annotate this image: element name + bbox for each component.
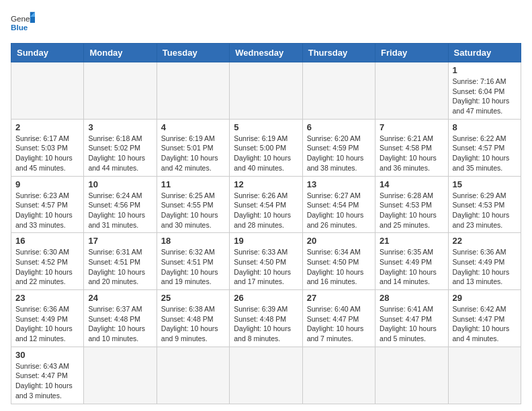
- weekday-header-sunday: Sunday: [11, 44, 84, 62]
- day-info: Sunrise: 6:33 AMSunset: 4:50 PMDaylight:…: [234, 247, 298, 287]
- calendar-cell: 26Sunrise: 6:39 AMSunset: 4:48 PMDayligh…: [230, 290, 302, 347]
- calendar-cell: 9Sunrise: 6:23 AMSunset: 4:57 PMDaylight…: [11, 176, 84, 233]
- calendar-cell: 6Sunrise: 6:20 AMSunset: 4:59 PMDaylight…: [302, 119, 375, 176]
- calendar-cell: 4Sunrise: 6:19 AMSunset: 5:01 PMDaylight…: [157, 119, 229, 176]
- weekday-header-wednesday: Wednesday: [230, 44, 302, 62]
- weekday-header-tuesday: Tuesday: [157, 44, 229, 62]
- calendar-cell: [375, 347, 448, 404]
- day-number: 23: [15, 293, 79, 303]
- day-number: 24: [88, 293, 152, 303]
- calendar-cell: 2Sunrise: 6:17 AMSunset: 5:03 PMDaylight…: [11, 119, 84, 176]
- day-info: Sunrise: 6:21 AMSunset: 4:58 PMDaylight:…: [380, 134, 443, 173]
- calendar-cell: 23Sunrise: 6:36 AMSunset: 4:49 PMDayligh…: [11, 290, 84, 347]
- day-number: 7: [380, 122, 443, 132]
- page-header: General Blue: [11, 11, 521, 35]
- day-info: Sunrise: 6:32 AMSunset: 4:51 PMDaylight:…: [161, 247, 225, 287]
- calendar-cell: [157, 347, 229, 404]
- calendar-cell: 16Sunrise: 6:30 AMSunset: 4:52 PMDayligh…: [11, 233, 84, 290]
- calendar-cell: [230, 62, 302, 120]
- calendar-cell: [302, 62, 375, 120]
- calendar-cell: 10Sunrise: 6:24 AMSunset: 4:56 PMDayligh…: [84, 176, 157, 233]
- day-number: 22: [453, 236, 517, 246]
- calendar-cell: 25Sunrise: 6:38 AMSunset: 4:48 PMDayligh…: [157, 290, 229, 347]
- day-number: 13: [307, 179, 371, 189]
- day-number: 3: [88, 122, 152, 132]
- day-info: Sunrise: 6:17 AMSunset: 5:03 PMDaylight:…: [15, 134, 79, 173]
- day-info: Sunrise: 6:39 AMSunset: 4:48 PMDaylight:…: [234, 304, 298, 344]
- day-number: 29: [453, 293, 517, 303]
- day-info: Sunrise: 6:36 AMSunset: 4:49 PMDaylight:…: [453, 247, 517, 287]
- day-info: Sunrise: 6:30 AMSunset: 4:52 PMDaylight:…: [15, 247, 79, 287]
- day-number: 5: [234, 122, 298, 132]
- generalblue-logo-icon: General Blue: [11, 11, 35, 35]
- logo: General Blue: [11, 11, 35, 35]
- day-info: Sunrise: 6:34 AMSunset: 4:50 PMDaylight:…: [307, 247, 371, 287]
- calendar-cell: 24Sunrise: 6:37 AMSunset: 4:48 PMDayligh…: [84, 290, 157, 347]
- day-number: 18: [161, 236, 225, 246]
- day-info: Sunrise: 6:28 AMSunset: 4:53 PMDaylight:…: [380, 191, 443, 230]
- week-row-5: 30Sunrise: 6:43 AMSunset: 4:47 PMDayligh…: [11, 347, 521, 404]
- day-info: Sunrise: 6:42 AMSunset: 4:47 PMDaylight:…: [453, 304, 517, 344]
- day-number: 26: [234, 293, 298, 303]
- week-row-0: 1Sunrise: 7:16 AMSunset: 6:04 PMDaylight…: [11, 62, 521, 120]
- calendar-cell: 19Sunrise: 6:33 AMSunset: 4:50 PMDayligh…: [230, 233, 302, 290]
- calendar-cell: [448, 347, 521, 404]
- day-number: 19: [234, 236, 298, 246]
- calendar-cell: [157, 62, 229, 120]
- calendar-cell: 14Sunrise: 6:28 AMSunset: 4:53 PMDayligh…: [375, 176, 448, 233]
- day-info: Sunrise: 6:27 AMSunset: 4:54 PMDaylight:…: [307, 191, 371, 230]
- day-number: 12: [234, 179, 298, 189]
- day-number: 25: [161, 293, 225, 303]
- day-info: Sunrise: 6:26 AMSunset: 4:54 PMDaylight:…: [234, 191, 298, 230]
- calendar-cell: [84, 62, 157, 120]
- calendar-cell: 21Sunrise: 6:35 AMSunset: 4:49 PMDayligh…: [375, 233, 448, 290]
- day-number: 17: [88, 236, 152, 246]
- calendar-cell: 1Sunrise: 7:16 AMSunset: 6:04 PMDaylight…: [448, 62, 521, 120]
- calendar-cell: 17Sunrise: 6:31 AMSunset: 4:51 PMDayligh…: [84, 233, 157, 290]
- day-info: Sunrise: 6:18 AMSunset: 5:02 PMDaylight:…: [88, 134, 152, 173]
- day-number: 20: [307, 236, 371, 246]
- calendar-cell: 22Sunrise: 6:36 AMSunset: 4:49 PMDayligh…: [448, 233, 521, 290]
- week-row-3: 16Sunrise: 6:30 AMSunset: 4:52 PMDayligh…: [11, 233, 521, 290]
- day-number: 21: [380, 236, 443, 246]
- week-row-2: 9Sunrise: 6:23 AMSunset: 4:57 PMDaylight…: [11, 176, 521, 233]
- calendar-cell: 28Sunrise: 6:41 AMSunset: 4:47 PMDayligh…: [375, 290, 448, 347]
- day-info: Sunrise: 6:41 AMSunset: 4:47 PMDaylight:…: [380, 304, 443, 344]
- calendar-cell: 27Sunrise: 6:40 AMSunset: 4:47 PMDayligh…: [302, 290, 375, 347]
- day-number: 6: [307, 122, 371, 132]
- calendar-cell: 13Sunrise: 6:27 AMSunset: 4:54 PMDayligh…: [302, 176, 375, 233]
- day-info: Sunrise: 6:38 AMSunset: 4:48 PMDaylight:…: [161, 304, 225, 344]
- day-number: 4: [161, 122, 225, 132]
- weekday-header-saturday: Saturday: [448, 44, 521, 62]
- week-row-4: 23Sunrise: 6:36 AMSunset: 4:49 PMDayligh…: [11, 290, 521, 347]
- svg-text:Blue: Blue: [11, 23, 28, 32]
- calendar-cell: [375, 62, 448, 120]
- calendar-cell: 30Sunrise: 6:43 AMSunset: 4:47 PMDayligh…: [11, 347, 84, 404]
- day-info: Sunrise: 6:31 AMSunset: 4:51 PMDaylight:…: [88, 247, 152, 287]
- calendar-cell: 20Sunrise: 6:34 AMSunset: 4:50 PMDayligh…: [302, 233, 375, 290]
- weekday-header-monday: Monday: [84, 44, 157, 62]
- day-info: Sunrise: 6:20 AMSunset: 4:59 PMDaylight:…: [307, 134, 371, 173]
- day-info: Sunrise: 6:19 AMSunset: 5:00 PMDaylight:…: [234, 134, 298, 173]
- calendar-cell: 3Sunrise: 6:18 AMSunset: 5:02 PMDaylight…: [84, 119, 157, 176]
- day-number: 28: [380, 293, 443, 303]
- day-number: 2: [15, 122, 79, 132]
- day-info: Sunrise: 6:43 AMSunset: 4:47 PMDaylight:…: [15, 361, 79, 401]
- day-info: Sunrise: 6:35 AMSunset: 4:49 PMDaylight:…: [380, 247, 443, 287]
- day-info: Sunrise: 6:23 AMSunset: 4:57 PMDaylight:…: [15, 191, 79, 230]
- calendar-cell: [230, 347, 302, 404]
- calendar-cell: 18Sunrise: 6:32 AMSunset: 4:51 PMDayligh…: [157, 233, 229, 290]
- calendar-cell: [302, 347, 375, 404]
- weekday-header-friday: Friday: [375, 44, 448, 62]
- day-info: Sunrise: 6:36 AMSunset: 4:49 PMDaylight:…: [15, 304, 79, 344]
- day-info: Sunrise: 6:37 AMSunset: 4:48 PMDaylight:…: [88, 304, 152, 344]
- day-number: 10: [88, 179, 152, 189]
- weekday-header-row: SundayMondayTuesdayWednesdayThursdayFrid…: [11, 44, 521, 62]
- calendar-cell: 15Sunrise: 6:29 AMSunset: 4:53 PMDayligh…: [448, 176, 521, 233]
- calendar-cell: 7Sunrise: 6:21 AMSunset: 4:58 PMDaylight…: [375, 119, 448, 176]
- day-number: 1: [453, 65, 517, 75]
- day-info: Sunrise: 6:40 AMSunset: 4:47 PMDaylight:…: [307, 304, 371, 344]
- day-info: Sunrise: 6:22 AMSunset: 4:57 PMDaylight:…: [453, 134, 517, 173]
- calendar-cell: 12Sunrise: 6:26 AMSunset: 4:54 PMDayligh…: [230, 176, 302, 233]
- day-info: Sunrise: 6:19 AMSunset: 5:01 PMDaylight:…: [161, 134, 225, 173]
